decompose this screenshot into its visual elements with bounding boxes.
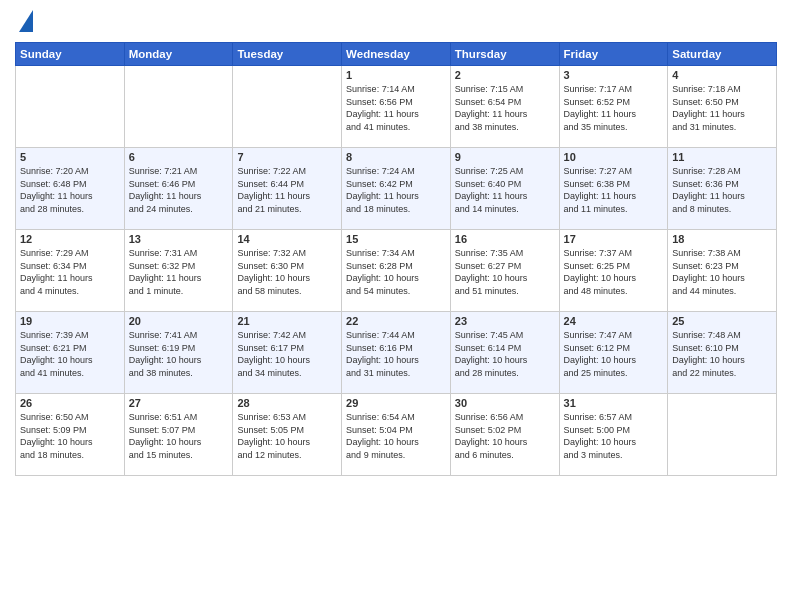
calendar-cell: 18Sunrise: 7:38 AM Sunset: 6:23 PM Dayli… xyxy=(668,230,777,312)
calendar-week-row: 12Sunrise: 7:29 AM Sunset: 6:34 PM Dayli… xyxy=(16,230,777,312)
day-info: Sunrise: 6:56 AM Sunset: 5:02 PM Dayligh… xyxy=(455,411,555,461)
header xyxy=(15,10,777,34)
calendar-cell: 5Sunrise: 7:20 AM Sunset: 6:48 PM Daylig… xyxy=(16,148,125,230)
calendar-cell: 23Sunrise: 7:45 AM Sunset: 6:14 PM Dayli… xyxy=(450,312,559,394)
day-number: 17 xyxy=(564,233,664,245)
day-number: 28 xyxy=(237,397,337,409)
calendar-header-tuesday: Tuesday xyxy=(233,43,342,66)
day-info: Sunrise: 7:45 AM Sunset: 6:14 PM Dayligh… xyxy=(455,329,555,379)
day-info: Sunrise: 6:54 AM Sunset: 5:04 PM Dayligh… xyxy=(346,411,446,461)
day-info: Sunrise: 7:27 AM Sunset: 6:38 PM Dayligh… xyxy=(564,165,664,215)
day-number: 23 xyxy=(455,315,555,327)
day-number: 21 xyxy=(237,315,337,327)
calendar-cell xyxy=(124,66,233,148)
calendar-header-row: SundayMondayTuesdayWednesdayThursdayFrid… xyxy=(16,43,777,66)
day-info: Sunrise: 6:51 AM Sunset: 5:07 PM Dayligh… xyxy=(129,411,229,461)
day-info: Sunrise: 7:42 AM Sunset: 6:17 PM Dayligh… xyxy=(237,329,337,379)
day-number: 27 xyxy=(129,397,229,409)
calendar-cell: 8Sunrise: 7:24 AM Sunset: 6:42 PM Daylig… xyxy=(342,148,451,230)
day-number: 26 xyxy=(20,397,120,409)
day-info: Sunrise: 6:57 AM Sunset: 5:00 PM Dayligh… xyxy=(564,411,664,461)
day-number: 29 xyxy=(346,397,446,409)
day-info: Sunrise: 7:44 AM Sunset: 6:16 PM Dayligh… xyxy=(346,329,446,379)
day-info: Sunrise: 7:37 AM Sunset: 6:25 PM Dayligh… xyxy=(564,247,664,297)
calendar-cell: 12Sunrise: 7:29 AM Sunset: 6:34 PM Dayli… xyxy=(16,230,125,312)
day-number: 18 xyxy=(672,233,772,245)
day-number: 3 xyxy=(564,69,664,81)
calendar-cell: 2Sunrise: 7:15 AM Sunset: 6:54 PM Daylig… xyxy=(450,66,559,148)
calendar-header-monday: Monday xyxy=(124,43,233,66)
day-number: 19 xyxy=(20,315,120,327)
day-info: Sunrise: 7:14 AM Sunset: 6:56 PM Dayligh… xyxy=(346,83,446,133)
logo xyxy=(15,10,33,34)
day-number: 11 xyxy=(672,151,772,163)
day-number: 16 xyxy=(455,233,555,245)
day-number: 12 xyxy=(20,233,120,245)
day-number: 9 xyxy=(455,151,555,163)
calendar-cell: 10Sunrise: 7:27 AM Sunset: 6:38 PM Dayli… xyxy=(559,148,668,230)
day-info: Sunrise: 7:20 AM Sunset: 6:48 PM Dayligh… xyxy=(20,165,120,215)
calendar-cell: 19Sunrise: 7:39 AM Sunset: 6:21 PM Dayli… xyxy=(16,312,125,394)
day-info: Sunrise: 7:29 AM Sunset: 6:34 PM Dayligh… xyxy=(20,247,120,297)
calendar-cell: 28Sunrise: 6:53 AM Sunset: 5:05 PM Dayli… xyxy=(233,394,342,476)
day-number: 1 xyxy=(346,69,446,81)
day-number: 31 xyxy=(564,397,664,409)
calendar-cell: 31Sunrise: 6:57 AM Sunset: 5:00 PM Dayli… xyxy=(559,394,668,476)
calendar-cell: 22Sunrise: 7:44 AM Sunset: 6:16 PM Dayli… xyxy=(342,312,451,394)
calendar-cell: 20Sunrise: 7:41 AM Sunset: 6:19 PM Dayli… xyxy=(124,312,233,394)
day-number: 24 xyxy=(564,315,664,327)
day-number: 6 xyxy=(129,151,229,163)
calendar-week-row: 1Sunrise: 7:14 AM Sunset: 6:56 PM Daylig… xyxy=(16,66,777,148)
calendar-cell: 27Sunrise: 6:51 AM Sunset: 5:07 PM Dayli… xyxy=(124,394,233,476)
day-number: 13 xyxy=(129,233,229,245)
calendar-cell: 14Sunrise: 7:32 AM Sunset: 6:30 PM Dayli… xyxy=(233,230,342,312)
calendar-cell: 11Sunrise: 7:28 AM Sunset: 6:36 PM Dayli… xyxy=(668,148,777,230)
calendar-header-friday: Friday xyxy=(559,43,668,66)
day-number: 25 xyxy=(672,315,772,327)
day-info: Sunrise: 7:28 AM Sunset: 6:36 PM Dayligh… xyxy=(672,165,772,215)
calendar-cell: 6Sunrise: 7:21 AM Sunset: 6:46 PM Daylig… xyxy=(124,148,233,230)
day-info: Sunrise: 7:48 AM Sunset: 6:10 PM Dayligh… xyxy=(672,329,772,379)
calendar-cell: 3Sunrise: 7:17 AM Sunset: 6:52 PM Daylig… xyxy=(559,66,668,148)
calendar-cell: 13Sunrise: 7:31 AM Sunset: 6:32 PM Dayli… xyxy=(124,230,233,312)
calendar-cell: 26Sunrise: 6:50 AM Sunset: 5:09 PM Dayli… xyxy=(16,394,125,476)
day-info: Sunrise: 7:38 AM Sunset: 6:23 PM Dayligh… xyxy=(672,247,772,297)
calendar-cell xyxy=(668,394,777,476)
calendar-cell: 24Sunrise: 7:47 AM Sunset: 6:12 PM Dayli… xyxy=(559,312,668,394)
day-info: Sunrise: 7:21 AM Sunset: 6:46 PM Dayligh… xyxy=(129,165,229,215)
calendar-cell: 15Sunrise: 7:34 AM Sunset: 6:28 PM Dayli… xyxy=(342,230,451,312)
calendar-table: SundayMondayTuesdayWednesdayThursdayFrid… xyxy=(15,42,777,476)
calendar-cell xyxy=(233,66,342,148)
calendar-week-row: 5Sunrise: 7:20 AM Sunset: 6:48 PM Daylig… xyxy=(16,148,777,230)
day-info: Sunrise: 7:34 AM Sunset: 6:28 PM Dayligh… xyxy=(346,247,446,297)
day-number: 14 xyxy=(237,233,337,245)
day-number: 22 xyxy=(346,315,446,327)
day-info: Sunrise: 7:31 AM Sunset: 6:32 PM Dayligh… xyxy=(129,247,229,297)
day-number: 5 xyxy=(20,151,120,163)
day-info: Sunrise: 7:35 AM Sunset: 6:27 PM Dayligh… xyxy=(455,247,555,297)
calendar-cell: 30Sunrise: 6:56 AM Sunset: 5:02 PM Dayli… xyxy=(450,394,559,476)
day-info: Sunrise: 7:39 AM Sunset: 6:21 PM Dayligh… xyxy=(20,329,120,379)
calendar-week-row: 19Sunrise: 7:39 AM Sunset: 6:21 PM Dayli… xyxy=(16,312,777,394)
day-info: Sunrise: 7:47 AM Sunset: 6:12 PM Dayligh… xyxy=(564,329,664,379)
calendar-cell: 1Sunrise: 7:14 AM Sunset: 6:56 PM Daylig… xyxy=(342,66,451,148)
calendar-cell: 7Sunrise: 7:22 AM Sunset: 6:44 PM Daylig… xyxy=(233,148,342,230)
day-info: Sunrise: 7:17 AM Sunset: 6:52 PM Dayligh… xyxy=(564,83,664,133)
calendar-header-saturday: Saturday xyxy=(668,43,777,66)
calendar-week-row: 26Sunrise: 6:50 AM Sunset: 5:09 PM Dayli… xyxy=(16,394,777,476)
day-info: Sunrise: 7:24 AM Sunset: 6:42 PM Dayligh… xyxy=(346,165,446,215)
day-info: Sunrise: 7:41 AM Sunset: 6:19 PM Dayligh… xyxy=(129,329,229,379)
logo-triangle-icon xyxy=(19,10,33,32)
day-number: 15 xyxy=(346,233,446,245)
page: SundayMondayTuesdayWednesdayThursdayFrid… xyxy=(0,0,792,612)
calendar-cell: 25Sunrise: 7:48 AM Sunset: 6:10 PM Dayli… xyxy=(668,312,777,394)
calendar-cell xyxy=(16,66,125,148)
calendar-cell: 9Sunrise: 7:25 AM Sunset: 6:40 PM Daylig… xyxy=(450,148,559,230)
calendar-cell: 29Sunrise: 6:54 AM Sunset: 5:04 PM Dayli… xyxy=(342,394,451,476)
calendar-header-wednesday: Wednesday xyxy=(342,43,451,66)
day-number: 4 xyxy=(672,69,772,81)
calendar-cell: 16Sunrise: 7:35 AM Sunset: 6:27 PM Dayli… xyxy=(450,230,559,312)
calendar-cell: 4Sunrise: 7:18 AM Sunset: 6:50 PM Daylig… xyxy=(668,66,777,148)
day-info: Sunrise: 7:25 AM Sunset: 6:40 PM Dayligh… xyxy=(455,165,555,215)
calendar-header-thursday: Thursday xyxy=(450,43,559,66)
